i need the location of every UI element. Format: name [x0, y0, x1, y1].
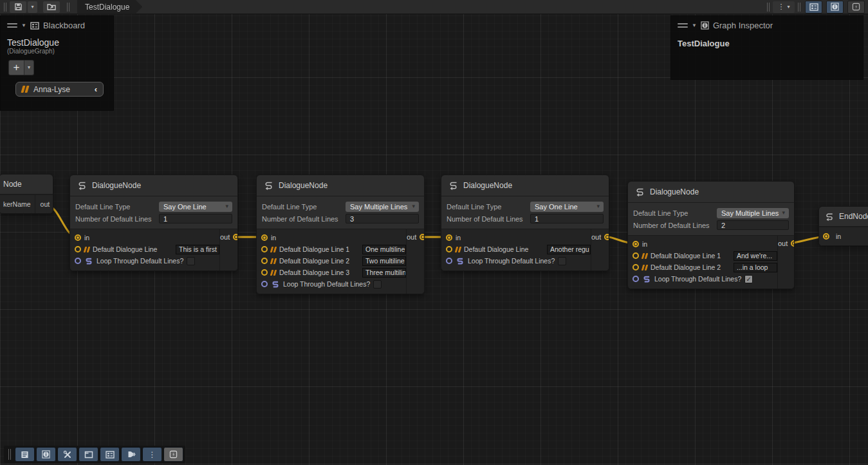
node-title-bar[interactable]: DialogueNode [441, 175, 609, 196]
save-button[interactable] [10, 1, 26, 13]
loop-port[interactable] [446, 258, 452, 264]
in-label: in [84, 234, 89, 242]
out-label: out [41, 200, 50, 208]
inspector-toggle-button[interactable] [826, 1, 844, 14]
tab-testdialogue[interactable]: TestDialogue [77, 0, 142, 14]
out-port[interactable] [233, 234, 238, 240]
add-property-options-button[interactable]: ▾ [24, 60, 34, 75]
blackboard-toggle-button[interactable] [805, 1, 822, 14]
folder-open-icon [47, 3, 56, 11]
drag-handle-icon[interactable] [678, 23, 688, 28]
blackboard-button[interactable] [100, 447, 120, 462]
dialogue-line-input[interactable]: Three multilin [362, 268, 406, 278]
node-title-bar[interactable]: DialogueNode [70, 175, 237, 196]
dialogue-line-port[interactable] [446, 246, 452, 252]
dialogue-line-input[interactable]: One multiline [362, 245, 406, 254]
dialogue-icon [77, 180, 88, 191]
node-title-bar[interactable]: DialogueNode [628, 182, 794, 203]
more-options-button[interactable]: ⋮ [142, 447, 162, 462]
save-options-button[interactable]: ▾ [28, 1, 37, 13]
node-dialogue-3[interactable]: DialogueNode Default Line Type Say One L… [441, 175, 609, 271]
blackboard-panel: ▼ Blackboard TestDialogue (DialogueGraph… [0, 15, 114, 111]
in-port[interactable] [261, 234, 268, 241]
loop-port[interactable] [75, 258, 81, 264]
line-type-dropdown[interactable]: Say One Line ▾ [530, 202, 604, 212]
kebab-icon: ⋮ [149, 450, 156, 459]
dialogue-line-input[interactable]: And we're... [734, 251, 777, 261]
inspector-button[interactable] [36, 447, 56, 462]
dialogue-line-label: Default Dialogue Line 2 [651, 263, 730, 271]
collapse-caret-icon[interactable]: ▼ [692, 23, 697, 28]
out-port[interactable] [791, 240, 795, 247]
dialogue-line-port[interactable] [633, 252, 639, 259]
in-port[interactable] [446, 234, 452, 241]
out-port[interactable] [53, 201, 53, 207]
dialogue-line-port[interactable] [75, 246, 81, 252]
line-type-label: Default Line Type [633, 209, 717, 217]
minimap-button[interactable] [163, 447, 183, 462]
in-port[interactable] [633, 241, 639, 247]
node-end[interactable]: EndNode in [818, 206, 868, 246]
dialogue-line-input[interactable]: Two multiline [362, 256, 406, 266]
out-port[interactable] [604, 234, 609, 240]
dialogue-line-value: Three multilin [365, 269, 406, 276]
out-port[interactable] [420, 234, 425, 240]
open-graph-button[interactable] [43, 1, 60, 13]
dialogue-line-input[interactable]: This is a first [176, 245, 219, 254]
blackboard-field-anna-lyse[interactable]: Anna-Lyse ‹ [15, 82, 104, 97]
chevron-left-icon[interactable]: ‹ [95, 84, 97, 94]
dialogue-line-row: Default Dialogue Line 2 Two multiline [261, 256, 406, 265]
window-button[interactable] [78, 447, 98, 462]
loop-port[interactable] [633, 276, 639, 282]
toolbar-separator [67, 3, 69, 12]
node-title-bar[interactable]: EndNode [819, 207, 868, 227]
node-properties: Default Line Type Say Multiple Lines ▾ N… [257, 196, 424, 229]
minimap-toggle-button[interactable] [847, 1, 865, 14]
in-port[interactable] [75, 234, 81, 241]
output-ports: out [406, 229, 425, 294]
add-property-button[interactable]: + [8, 60, 24, 75]
tools-button[interactable] [57, 447, 77, 462]
node-dialogue-1[interactable]: DialogueNode Default Line Type Say One L… [69, 175, 238, 271]
node-dialogue-2[interactable]: DialogueNode Default Line Type Say Multi… [256, 175, 425, 294]
dialogue-line-input[interactable]: ...in a loop [734, 263, 777, 272]
drag-handle-icon[interactable] [7, 23, 17, 28]
in-label: in [456, 234, 461, 242]
line-type-dropdown[interactable]: Say One Line ▾ [159, 202, 232, 212]
line-type-dropdown[interactable]: Say Multiple Lines ▾ [717, 208, 789, 218]
node-start[interactable]: Node kerName out [0, 174, 53, 214]
more-options-button[interactable]: ⋮ ▾ [773, 1, 795, 13]
toolbar-drag-handle[interactable] [4, 3, 6, 12]
loop-checkbox[interactable]: ✓ [744, 275, 753, 283]
dialogue-line-label: Default Dialogue Line [93, 245, 172, 253]
in-port[interactable] [823, 233, 829, 240]
line-count-input[interactable]: 3 [346, 214, 419, 223]
dialogue-line-input[interactable]: Another regu [547, 245, 591, 254]
transition-button[interactable] [121, 447, 141, 462]
node-dialogue-4[interactable]: DialogueNode Default Line Type Say Multi… [627, 181, 795, 289]
blackboard-header[interactable]: ▼ Blackboard [1, 16, 113, 33]
line-type-dropdown[interactable]: Say Multiple Lines ▾ [346, 202, 419, 212]
loop-port[interactable] [261, 281, 268, 287]
dialogue-line-port[interactable] [261, 269, 268, 276]
node-title: DialogueNode [650, 187, 699, 196]
dialogue-line-port[interactable] [261, 246, 268, 252]
node-title-bar[interactable]: Node [0, 175, 53, 195]
dialogue-line-port[interactable] [261, 258, 268, 264]
graph-inspector-header[interactable]: ▼ Graph Inspector [671, 16, 863, 33]
console-button[interactable] [15, 447, 35, 462]
loop-checkbox[interactable] [187, 257, 195, 265]
toolbar-separator [798, 3, 800, 12]
loop-checkbox[interactable] [373, 280, 382, 289]
line-count-input[interactable]: 2 [717, 220, 789, 230]
blackboard-add-row: + ▾ [1, 55, 113, 75]
line-count-input[interactable]: 1 [159, 214, 232, 223]
collapse-caret-icon[interactable]: ▼ [21, 23, 26, 28]
line-count-input[interactable]: 1 [530, 214, 604, 223]
node-title-bar[interactable]: DialogueNode [257, 175, 424, 196]
dialogue-line-port[interactable] [633, 264, 639, 270]
loop-checkbox[interactable] [558, 257, 566, 265]
node-body: in Default Dialogue Line This is a first… [70, 229, 237, 270]
toolbar-drag-handle[interactable] [8, 449, 11, 460]
node-body: in Default Dialogue Line 1 And we're... … [628, 236, 794, 289]
